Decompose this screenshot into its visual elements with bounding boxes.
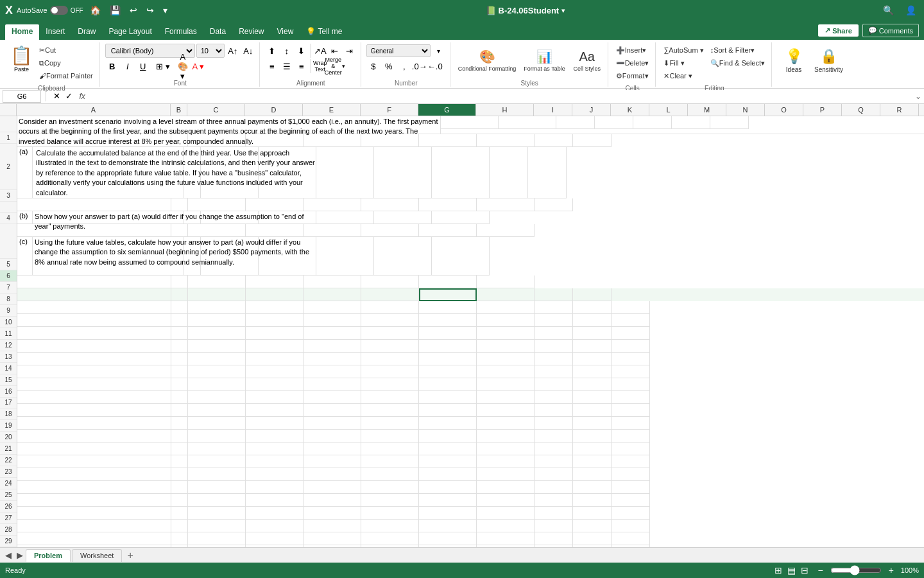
cell-b-text[interactable]: Show how your answer to part (a) would d… [33, 211, 184, 224]
cell-9-J[interactable] [573, 327, 612, 340]
tab-insert[interactable]: Insert [39, 24, 71, 40]
cell-16-A[interactable] [17, 417, 171, 430]
row-num-24[interactable]: 24 [0, 478, 17, 489]
cell-22-G[interactable] [419, 494, 477, 507]
cell-8-A[interactable] [17, 314, 171, 327]
cell-b-H[interactable] [432, 211, 490, 224]
cell-14-E[interactable] [304, 391, 361, 404]
cell-8-J[interactable] [573, 314, 612, 327]
col-header-P[interactable]: P [803, 104, 842, 116]
cell-19-A[interactable] [17, 455, 171, 468]
row-num-4[interactable]: 4 [0, 213, 17, 224]
cell-13-F[interactable] [361, 378, 419, 391]
cell-b-label-col[interactable]: (b) [17, 211, 33, 224]
cell-24-A[interactable] [17, 520, 171, 532]
cell-25-J[interactable] [573, 532, 612, 545]
cell-7-K[interactable] [612, 301, 650, 314]
copy-button[interactable]: ⧉ Copy [37, 57, 96, 69]
cell-11-F[interactable] [361, 353, 419, 365]
cell-5-C[interactable] [188, 276, 246, 288]
cell-11-B[interactable] [171, 353, 188, 365]
cell-10-E[interactable] [304, 340, 361, 353]
cell-6-J[interactable] [573, 288, 612, 301]
cell-6-B[interactable] [171, 288, 188, 301]
increase-font-button[interactable]: A↑ [226, 44, 240, 58]
cell-10-F[interactable] [361, 340, 419, 353]
cell-18-D[interactable] [246, 442, 304, 455]
cut-button[interactable]: ✂ Cut [37, 44, 96, 57]
row-num-11[interactable]: 11 [0, 328, 17, 340]
comma-button[interactable]: , [397, 59, 411, 73]
cell-26-I[interactable] [535, 545, 573, 547]
zoom-slider[interactable] [830, 565, 882, 575]
tab-review[interactable]: Review [232, 24, 270, 40]
cell-3-H[interactable] [477, 198, 535, 211]
cell-13-K[interactable] [612, 378, 650, 391]
row-num-10[interactable]: 10 [0, 317, 17, 328]
cell-b-F[interactable] [316, 211, 374, 224]
cell-reference-input[interactable] [3, 90, 41, 103]
cell-20-G[interactable] [419, 468, 477, 481]
tab-formulas[interactable]: Formulas [158, 24, 203, 40]
row-num-21[interactable]: 21 [0, 443, 17, 455]
cell-19-J[interactable] [573, 455, 612, 468]
cell-intro-K[interactable] [633, 116, 672, 129]
cell-1-I[interactable] [535, 134, 573, 147]
cell-intro-I[interactable] [556, 116, 595, 129]
cell-14-H[interactable] [477, 391, 535, 404]
formula-input[interactable] [90, 90, 912, 103]
cell-9-D[interactable] [246, 327, 304, 340]
col-header-F[interactable]: F [361, 104, 418, 116]
percent-button[interactable]: % [382, 59, 396, 73]
share-button[interactable]: ↗ Share [818, 24, 859, 37]
cell-c-H[interactable] [432, 237, 490, 276]
cell-25-I[interactable] [535, 532, 573, 545]
cell-a-label-col[interactable]: (a) [17, 147, 33, 198]
cell-b-G[interactable] [374, 211, 432, 224]
cell-18-G[interactable] [419, 442, 477, 455]
cell-10-K[interactable] [612, 340, 650, 353]
cell-17-A[interactable] [17, 430, 171, 442]
cell-16-F[interactable] [361, 417, 419, 430]
col-header-G[interactable]: G [418, 104, 476, 116]
tab-view[interactable]: View [271, 24, 300, 40]
cell-14-I[interactable] [535, 391, 573, 404]
cell-26-A[interactable] [17, 545, 171, 547]
cell-26-J[interactable] [573, 545, 612, 547]
home-icon-btn[interactable]: 🏠 [87, 4, 103, 17]
col-header-K[interactable]: K [611, 104, 649, 116]
cell-26-E[interactable] [304, 545, 361, 547]
orientation-button[interactable]: ↗A [313, 44, 327, 58]
col-header-M[interactable]: M [688, 104, 726, 116]
cell-9-B[interactable] [171, 327, 188, 340]
fill-button[interactable]: ⬇ Fill ▾ [661, 57, 706, 69]
cell-20-D[interactable] [246, 468, 304, 481]
cell-7-H[interactable] [477, 301, 535, 314]
cell-9-C[interactable] [188, 327, 246, 340]
cell-3-B[interactable] [171, 198, 188, 211]
tab-data[interactable]: Data [203, 24, 232, 40]
cell-c-text[interactable]: Using the future value tables, calculate… [33, 237, 184, 276]
cancel-formula-button[interactable]: ✕ [51, 91, 62, 101]
tab-page-layout[interactable]: Page Layout [102, 24, 158, 40]
row-num-2[interactable]: 2 [0, 144, 17, 190]
cell-17-K[interactable] [612, 430, 650, 442]
cell-21-K[interactable] [612, 481, 650, 494]
cell-16-K[interactable] [612, 417, 650, 430]
col-header-C[interactable]: C [187, 104, 245, 116]
cell-20-A[interactable] [17, 468, 171, 481]
cell-23-I[interactable] [535, 507, 573, 520]
row-num-3[interactable]: 3 [0, 190, 17, 202]
cell-11-C[interactable] [188, 353, 246, 365]
cell-12-J[interactable] [573, 365, 612, 378]
cell-23-J[interactable] [573, 507, 612, 520]
delete-cells-button[interactable]: ➖ Delete ▾ [613, 57, 652, 69]
cell-22-K[interactable] [612, 494, 650, 507]
align-center-button[interactable]: ☰ [280, 59, 294, 73]
cell-c-F[interactable] [316, 237, 374, 276]
cell-22-C[interactable] [188, 494, 246, 507]
normal-view-button[interactable]: ⊞ [773, 565, 784, 576]
scroll-right-tab-button[interactable]: ▶ [14, 549, 26, 561]
col-header-O[interactable]: O [765, 104, 803, 116]
row-num-18[interactable]: 18 [0, 408, 17, 420]
